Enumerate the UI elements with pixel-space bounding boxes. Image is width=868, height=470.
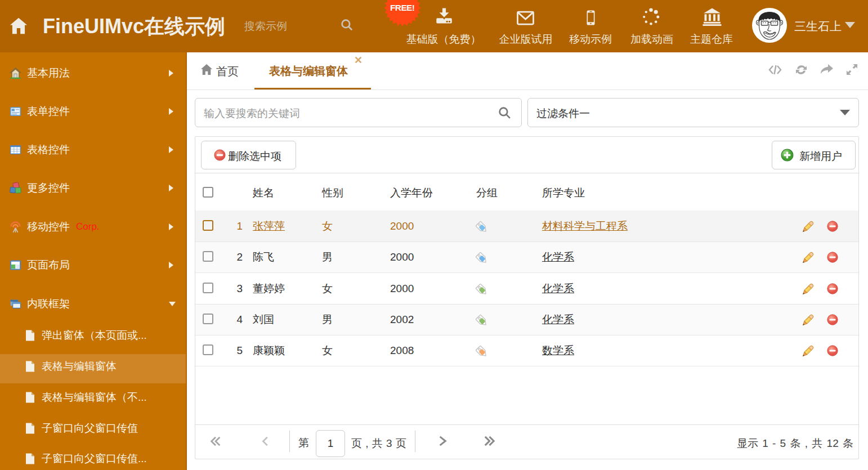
svg-text:FREE!: FREE! — [390, 3, 415, 12]
